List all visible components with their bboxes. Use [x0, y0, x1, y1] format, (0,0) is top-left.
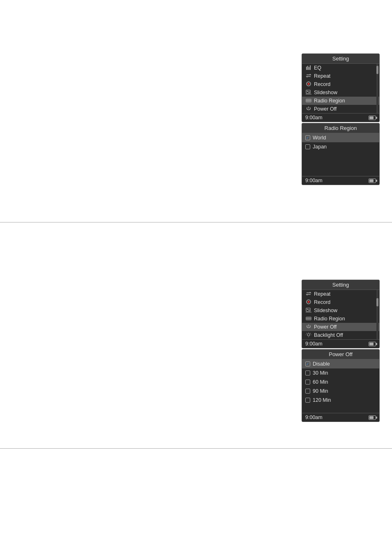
sub-item-90min[interactable]: 90 Min — [302, 387, 379, 396]
panel-group-1: Setting EQ Repeat — [302, 53, 380, 185]
sub-status-time-1: 9:00am — [305, 178, 323, 183]
sub-battery-icon-2 — [369, 415, 376, 420]
60min-label: 60 Min — [313, 379, 328, 385]
svg-rect-2 — [309, 67, 309, 70]
world-label: World — [313, 135, 326, 141]
status-time-1: 9:00am — [305, 115, 323, 120]
30min-label: 30 Min — [313, 370, 328, 376]
sub-item-120min[interactable]: 120 Min — [302, 396, 379, 405]
setting-screen-2: Setting Repeat Record — [302, 280, 380, 348]
sub-item-30min[interactable]: 30 Min — [302, 368, 379, 378]
battery-icon-2 — [369, 342, 376, 346]
sub-status-bar-1: 9:00am — [302, 176, 379, 185]
menu-item-backlight-off[interactable]: Backlight Off — [302, 331, 379, 339]
svg-point-15 — [308, 301, 310, 303]
repeat-label-2: Repeat — [314, 291, 330, 297]
menu-item-repeat[interactable]: Repeat — [302, 72, 379, 80]
japan-label: Japan — [313, 144, 327, 150]
menu-item-record-1[interactable]: Record — [302, 80, 379, 88]
menu-item-radio-region-2[interactable]: Radio Region — [302, 315, 379, 323]
record-label-1: Record — [314, 81, 330, 87]
power-off-icon-2 — [305, 324, 312, 330]
svg-rect-0 — [306, 67, 307, 70]
sub-status-bar-2: 9:00am — [302, 413, 379, 422]
svg-rect-17 — [307, 309, 308, 310]
power-off-icon-1 — [305, 106, 312, 112]
radio-region-icon-1 — [305, 98, 312, 104]
menu-items-1: EQ Repeat Record — [302, 64, 379, 113]
slideshow-icon-1 — [305, 90, 312, 95]
scrollbar-1[interactable] — [376, 64, 378, 113]
status-bar-2: 9:00am — [302, 339, 379, 348]
svg-rect-3 — [310, 65, 311, 70]
sub-panel-spacer-1 — [302, 151, 379, 176]
repeat-label: Repeat — [314, 73, 330, 79]
menu-item-slideshow-1[interactable]: Slideshow — [302, 88, 379, 97]
screen-wrapper-2: Repeat Record Slideshow — [302, 290, 379, 339]
scrollbar-thumb-2 — [376, 298, 378, 306]
radio-world-checked — [305, 135, 310, 140]
svg-rect-7 — [307, 91, 308, 92]
scrollbar-thumb-1 — [376, 66, 378, 74]
radio-region-label-1: Radio Region — [314, 98, 345, 104]
radio-region-icon-2 — [305, 316, 312, 322]
status-bar-1: 9:00am — [302, 113, 379, 122]
power-off-label-2: Power Off — [314, 324, 337, 330]
sub-item-60min[interactable]: 60 Min — [302, 378, 379, 387]
power-off-panel: Power Off Disable 30 Min 60 Min 90 Min — [302, 349, 380, 422]
sub-item-disable[interactable]: Disable — [302, 359, 379, 368]
disable-label: Disable — [313, 361, 330, 367]
repeat-icon-2 — [305, 291, 312, 297]
scrollbar-2[interactable] — [376, 290, 378, 339]
menu-item-power-off-2[interactable]: Power Off — [302, 323, 379, 331]
menu-item-power-off-1[interactable]: Power Off — [302, 105, 379, 113]
svg-line-29 — [307, 333, 307, 334]
record-icon-1 — [305, 81, 312, 87]
slideshow-label-1: Slideshow — [314, 90, 337, 95]
radio-disable-checked — [305, 361, 310, 366]
radio-120min — [305, 398, 310, 403]
slideshow-icon-2 — [305, 308, 312, 313]
eq-icon — [305, 65, 312, 71]
screen-wrapper-1: EQ Repeat Record — [302, 64, 379, 113]
radio-30min — [305, 371, 310, 375]
menu-item-record-2[interactable]: Record — [302, 298, 379, 306]
sub-status-time-2: 9:00am — [305, 415, 323, 420]
divider-1 — [0, 222, 392, 222]
radio-90min — [305, 389, 310, 394]
menu-item-eq[interactable]: EQ — [302, 64, 379, 72]
sub-item-japan[interactable]: Japan — [302, 142, 379, 151]
menu-item-slideshow-2[interactable]: Slideshow — [302, 306, 379, 315]
radio-japan — [305, 144, 310, 149]
sub-battery-icon-1 — [369, 178, 376, 183]
repeat-icon — [305, 73, 312, 79]
setting-title-2: Setting — [302, 280, 379, 290]
setting-screen-1: Setting EQ Repeat — [302, 53, 380, 122]
slideshow-label-2: Slideshow — [314, 308, 337, 313]
power-off-label-1: Power Off — [314, 106, 337, 112]
svg-point-5 — [308, 83, 310, 85]
eq-label: EQ — [314, 65, 321, 71]
svg-point-24 — [307, 334, 310, 336]
svg-rect-1 — [307, 66, 308, 70]
record-icon-2 — [305, 299, 312, 305]
menu-item-repeat-2[interactable]: Repeat — [302, 290, 379, 298]
menu-item-radio-region-1[interactable]: Radio Region — [302, 97, 379, 105]
radio-region-label-2: Radio Region — [314, 316, 345, 322]
menu-items-2: Repeat Record Slideshow — [302, 290, 379, 339]
power-off-title: Power Off — [302, 350, 379, 359]
radio-60min — [305, 380, 310, 385]
divider-2 — [0, 448, 392, 449]
90min-label: 90 Min — [313, 388, 328, 394]
sub-panel-spacer-2 — [302, 405, 379, 413]
radio-region-panel: Radio Region World Japan 9:00am — [302, 123, 380, 185]
setting-title-1: Setting — [302, 54, 379, 64]
120min-label: 120 Min — [313, 397, 331, 403]
panel-group-2: Setting Repeat Record — [302, 280, 380, 422]
battery-icon-1 — [369, 116, 376, 120]
backlight-icon — [305, 332, 312, 338]
radio-region-title: Radio Region — [302, 123, 379, 133]
sub-item-world[interactable]: World — [302, 133, 379, 142]
status-time-2: 9:00am — [305, 341, 323, 347]
record-label-2: Record — [314, 299, 330, 305]
